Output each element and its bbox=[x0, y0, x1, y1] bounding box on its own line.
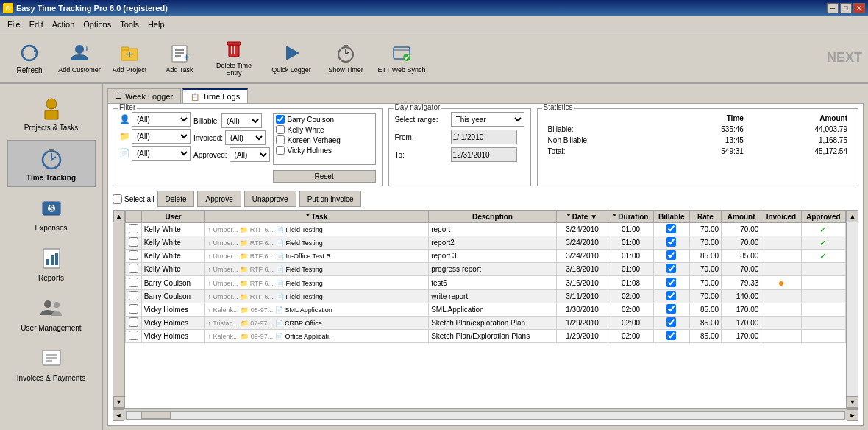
row-billable[interactable] bbox=[653, 303, 689, 317]
approve-button[interactable]: Approve bbox=[197, 191, 241, 207]
approved-filter-select[interactable]: (All) bbox=[230, 147, 270, 162]
row-checkbox-cell[interactable] bbox=[126, 223, 142, 236]
data-table-wrapper[interactable]: User * Task Description * Date ▼ * Durat… bbox=[124, 210, 847, 409]
user-check-koreen[interactable] bbox=[276, 135, 285, 144]
row-checkbox[interactable] bbox=[129, 317, 138, 327]
billable-checkbox[interactable] bbox=[666, 264, 676, 273]
user-check-barry[interactable] bbox=[276, 115, 285, 124]
row-checkbox-cell[interactable] bbox=[126, 250, 142, 263]
ett-web-synch-button[interactable]: ETT Web Synch bbox=[374, 36, 430, 79]
row-down-arrow[interactable]: ▼ bbox=[113, 396, 125, 408]
scroll-left-arrow[interactable]: ◄ bbox=[113, 409, 124, 421]
sidebar-item-projects-tasks[interactable]: Projects & Tasks bbox=[7, 90, 96, 137]
row-checkbox[interactable] bbox=[129, 304, 138, 314]
row-checkbox-cell[interactable] bbox=[126, 290, 142, 303]
billable-checkbox[interactable] bbox=[666, 250, 676, 260]
unapprove-button[interactable]: Unapprove bbox=[244, 191, 296, 207]
menu-help[interactable]: Help bbox=[143, 18, 169, 30]
quick-logger-button[interactable]: Quick Logger bbox=[265, 36, 318, 79]
add-customer-button[interactable]: + Add Customer bbox=[56, 36, 103, 79]
row-checkbox[interactable] bbox=[129, 264, 138, 273]
menu-action[interactable]: Action bbox=[48, 18, 79, 30]
billable-filter-select[interactable]: (All) bbox=[221, 113, 262, 128]
reset-button[interactable]: Reset bbox=[273, 170, 376, 183]
menu-file[interactable]: File bbox=[3, 18, 25, 30]
row-checkbox[interactable] bbox=[129, 237, 138, 247]
row-checkbox-cell[interactable] bbox=[126, 303, 142, 317]
menu-edit[interactable]: Edit bbox=[25, 18, 48, 30]
minimize-button[interactable]: ─ bbox=[827, 3, 839, 13]
sidebar-item-invoices-payments[interactable]: Invoices & Payments bbox=[7, 340, 96, 387]
row-checkbox-cell[interactable] bbox=[126, 276, 142, 290]
col-header-approved[interactable]: Approved bbox=[801, 211, 845, 223]
delete-time-entry-button[interactable]: Delete Time Entry bbox=[206, 36, 262, 79]
tab-week-logger[interactable]: ☰ Week Logger bbox=[107, 88, 181, 103]
add-project-button[interactable]: + Add Project bbox=[106, 36, 153, 79]
row-checkbox[interactable] bbox=[129, 224, 138, 233]
row-billable[interactable] bbox=[653, 290, 689, 303]
add-task-button[interactable]: + Add Task bbox=[156, 36, 203, 79]
user-check-vicky[interactable] bbox=[276, 146, 285, 155]
row-billable[interactable] bbox=[653, 250, 689, 263]
scroll-right-arrow[interactable]: ► bbox=[847, 409, 858, 421]
task-filter-select[interactable]: (All) bbox=[132, 146, 191, 161]
from-date-input[interactable] bbox=[451, 130, 517, 144]
col-header-user[interactable]: User bbox=[141, 211, 205, 223]
row-checkbox-cell[interactable] bbox=[126, 317, 142, 330]
row-checkbox[interactable] bbox=[129, 250, 138, 260]
col-header-task[interactable]: * Task bbox=[205, 211, 429, 223]
to-date-input[interactable] bbox=[451, 147, 517, 162]
billable-checkbox[interactable] bbox=[666, 278, 676, 287]
billable-checkbox[interactable] bbox=[666, 331, 676, 340]
sidebar-item-time-tracking[interactable]: Time Tracking bbox=[7, 140, 96, 187]
row-billable[interactable] bbox=[653, 223, 689, 236]
refresh-button[interactable]: Refresh bbox=[6, 36, 53, 79]
range-select[interactable]: This year Today This week This month Las… bbox=[451, 112, 524, 127]
billable-checkbox[interactable] bbox=[666, 224, 676, 233]
user-check-kelly[interactable] bbox=[276, 125, 285, 134]
row-up-arrow[interactable]: ▲ bbox=[113, 211, 125, 222]
row-billable[interactable] bbox=[653, 236, 689, 250]
tab-time-logs[interactable]: 📋 Time Logs bbox=[182, 88, 248, 103]
sidebar-item-user-management[interactable]: User Management bbox=[7, 290, 96, 337]
col-header-invoiced[interactable]: Invoiced bbox=[761, 211, 801, 223]
delete-button[interactable]: Delete bbox=[157, 191, 195, 207]
row-checkbox[interactable] bbox=[129, 291, 138, 300]
menu-options[interactable]: Options bbox=[79, 18, 115, 30]
billable-checkbox[interactable] bbox=[666, 304, 676, 314]
scroll-down-arrow[interactable]: ▼ bbox=[847, 396, 858, 408]
col-header-rate[interactable]: Rate bbox=[689, 211, 721, 223]
row-billable[interactable] bbox=[653, 317, 689, 330]
show-timer-button[interactable]: Show Timer bbox=[321, 36, 371, 79]
maximize-button[interactable]: □ bbox=[840, 3, 852, 13]
billable-checkbox[interactable] bbox=[666, 237, 676, 247]
col-header-date[interactable]: * Date ▼ bbox=[556, 211, 608, 223]
menu-tools[interactable]: Tools bbox=[115, 18, 143, 30]
h-scroll-thumb[interactable] bbox=[141, 412, 171, 419]
col-header-duration[interactable]: * Duration bbox=[608, 211, 654, 223]
col-header-desc[interactable]: Description bbox=[429, 211, 557, 223]
row-billable[interactable] bbox=[653, 263, 689, 276]
row-checkbox[interactable] bbox=[129, 278, 138, 287]
select-all-checkbox[interactable] bbox=[113, 194, 122, 204]
row-checkbox[interactable] bbox=[129, 331, 138, 340]
row-checkbox-cell[interactable] bbox=[126, 330, 142, 343]
project-filter-select[interactable]: (All) bbox=[132, 129, 191, 144]
put-on-invoice-button[interactable]: Put on invoice bbox=[299, 191, 362, 207]
sidebar-item-reports[interactable]: Reports bbox=[7, 240, 96, 287]
col-header-billable[interactable]: Billable bbox=[653, 211, 689, 223]
billable-checkbox[interactable] bbox=[666, 317, 676, 327]
row-billable[interactable] bbox=[653, 330, 689, 343]
scroll-up-arrow[interactable]: ▲ bbox=[847, 211, 858, 222]
col-header-amount[interactable]: Amount bbox=[722, 211, 761, 223]
user-filter-select[interactable]: (All) bbox=[132, 112, 191, 127]
row-checkbox-cell[interactable] bbox=[126, 263, 142, 276]
billable-checkbox[interactable] bbox=[666, 291, 676, 300]
sidebar-item-expenses[interactable]: $ Expenses bbox=[7, 190, 96, 237]
row-billable[interactable] bbox=[653, 276, 689, 290]
select-all-label[interactable]: Select all bbox=[113, 194, 154, 204]
h-scroll-track[interactable] bbox=[126, 411, 845, 420]
row-checkbox-cell[interactable] bbox=[126, 236, 142, 250]
close-button[interactable]: ✕ bbox=[853, 3, 865, 13]
invoiced-filter-select[interactable]: (All) bbox=[225, 130, 266, 145]
